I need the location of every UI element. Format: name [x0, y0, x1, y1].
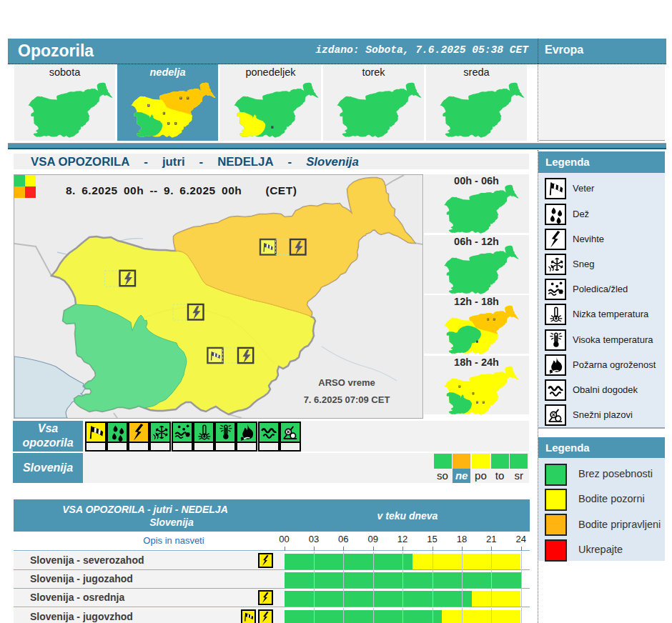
svg-text:8. 6.2025 00h -- 9. 6.2025: 8. 6.2025 00h -- 9. 6.2025 00h (CET) [66, 184, 297, 196]
svg-text:ARSO vreme: ARSO vreme [318, 377, 375, 388]
svg-text:7. 6.2025 07:09 CET: 7. 6.2025 07:09 CET [304, 394, 390, 405]
